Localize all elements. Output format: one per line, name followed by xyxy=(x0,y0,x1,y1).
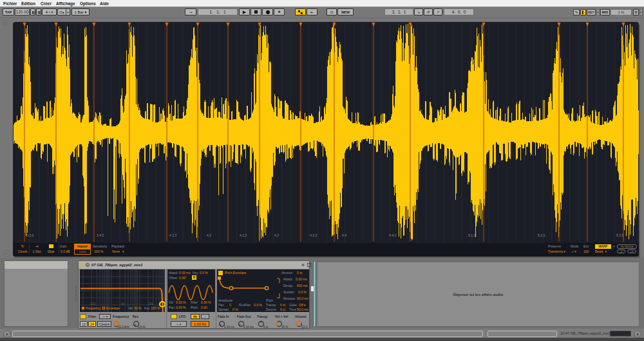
svg-text:10k: 10k xyxy=(148,302,154,306)
svg-text:1k: 1k xyxy=(121,302,125,306)
svg-text:100: 100 xyxy=(90,302,96,306)
